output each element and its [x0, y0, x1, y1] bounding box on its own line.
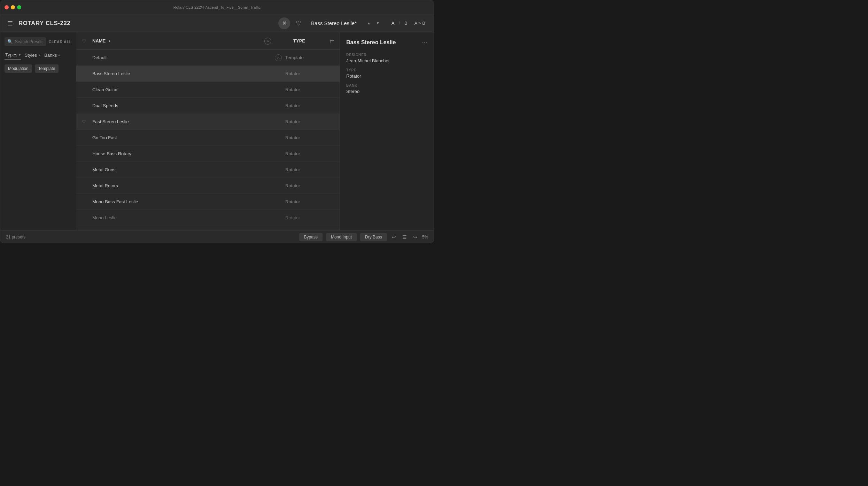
- b-button[interactable]: B: [403, 20, 409, 26]
- bank-label: BANK: [346, 84, 427, 87]
- preset-name: Bass Stereo Leslie*: [311, 20, 357, 26]
- header-author: A: [261, 38, 275, 45]
- table-row[interactable]: Mono Leslie Rotator: [76, 210, 340, 226]
- bottom-bar: 21 presets Bypass Mono Input Dry Bass ↩ …: [0, 230, 434, 243]
- bypass-button[interactable]: Bypass: [299, 233, 323, 241]
- row-author-icon: A: [275, 54, 282, 61]
- table-row[interactable]: ♡ Fast Stereo Leslie Rotator: [76, 114, 340, 130]
- mono-input-button[interactable]: Mono Input: [326, 233, 357, 241]
- ab-slash: /: [398, 20, 400, 26]
- ab-section: A / B A > B: [390, 20, 428, 26]
- sort-arrow-icon: ▲: [108, 39, 111, 43]
- table-row[interactable]: Metal Rotors Rotator: [76, 178, 340, 194]
- detail-type-field: TYPE Rotator: [346, 68, 427, 79]
- bank-value: Stereo: [346, 89, 427, 94]
- table-row[interactable]: Mono Overdrive Leslie Rotator: [76, 226, 340, 230]
- minimize-traffic-light[interactable]: [11, 5, 15, 9]
- detail-more-button[interactable]: ⋯: [422, 39, 427, 46]
- table-row[interactable]: Go Too Fast Rotator: [76, 130, 340, 146]
- next-preset-button[interactable]: ▼: [374, 20, 382, 26]
- search-row: 🔍 CLEAR ALL: [5, 37, 72, 46]
- detail-header: Bass Stereo Leslie ⋯: [346, 39, 427, 46]
- presets-count: 21 presets: [6, 235, 296, 240]
- window-title: Rotary CLS-222/4-Ascend_To_Five__Sonar_T…: [173, 5, 261, 9]
- zoom-value: 5%: [422, 235, 428, 240]
- author-icon: A: [264, 38, 271, 45]
- row-type: Rotator: [285, 71, 334, 76]
- detail-panel: Bass Stereo Leslie ⋯ DESIGNER Jean-Miche…: [340, 32, 434, 230]
- row-type: Rotator: [285, 119, 334, 124]
- row-type: Rotator: [285, 151, 334, 156]
- header-type[interactable]: TYPE: [275, 38, 324, 44]
- table-row[interactable]: Bass Stereo Leslie Rotator: [76, 66, 340, 82]
- app-title: ROTARY CLS-222: [18, 20, 70, 27]
- table-row[interactable]: Mono Bass Fast Leslie Rotator: [76, 194, 340, 210]
- main-toolbar: ☰ ROTARY CLS-222 ✕ ♡ Bass Stereo Leslie*…: [0, 14, 434, 32]
- preset-list: Default A Template Bass Stereo Leslie Ro…: [76, 50, 340, 230]
- row-fav-icon: ♡: [82, 119, 92, 124]
- detail-title: Bass Stereo Leslie: [346, 39, 396, 46]
- row-preset-name: Fast Stereo Leslie: [92, 119, 271, 124]
- styles-filter-button[interactable]: Styles: [24, 51, 41, 60]
- ab-copy-button[interactable]: A > B: [412, 20, 428, 26]
- type-value: Rotator: [346, 73, 427, 79]
- row-preset-name: Go Too Fast: [92, 135, 271, 140]
- template-tag[interactable]: Template: [35, 64, 59, 73]
- modulation-tag[interactable]: Modulation: [5, 64, 32, 73]
- traffic-lights: [5, 5, 21, 9]
- table-row[interactable]: Dual Speeds Rotator: [76, 98, 340, 114]
- row-preset-name: Default: [92, 55, 271, 60]
- row-type: Rotator: [285, 199, 334, 204]
- search-icon: 🔍: [7, 39, 13, 44]
- banks-filter-button[interactable]: Banks: [44, 51, 61, 60]
- menu-button[interactable]: ☰: [6, 18, 14, 29]
- row-type: Rotator: [285, 167, 334, 172]
- row-preset-name: House Bass Rotary: [92, 151, 271, 156]
- prev-preset-button[interactable]: ▲: [365, 20, 373, 26]
- a-button[interactable]: A: [390, 20, 396, 26]
- favorite-button[interactable]: ♡: [294, 18, 303, 29]
- designer-label: DESIGNER: [346, 53, 427, 57]
- row-preset-name: Mono Leslie: [92, 215, 271, 220]
- search-input[interactable]: [15, 39, 43, 44]
- row-preset-name: Bass Stereo Leslie: [92, 71, 271, 76]
- list-view-button[interactable]: ☰: [401, 233, 408, 241]
- table-row[interactable]: House Bass Rotary Rotator: [76, 146, 340, 162]
- table-row[interactable]: Clean Guitar Rotator: [76, 82, 340, 98]
- main-content: 🔍 CLEAR ALL Types Styles Banks Modulatio…: [0, 32, 434, 230]
- type-label: TYPE: [346, 68, 427, 72]
- row-type: Rotator: [285, 183, 334, 188]
- types-filter-button[interactable]: Types: [5, 51, 21, 60]
- list-header: ♡ NAME ▲ A TYPE ⇄: [76, 32, 340, 50]
- detail-bank-field: BANK Stereo: [346, 84, 427, 94]
- header-fav: ♡: [82, 38, 92, 44]
- zoom-traffic-light[interactable]: [17, 5, 21, 9]
- table-row[interactable]: Default A Template: [76, 50, 340, 66]
- row-preset-name: Clean Guitar: [92, 87, 271, 92]
- row-author: A: [271, 54, 285, 61]
- close-traffic-light[interactable]: [5, 5, 9, 9]
- row-preset-name: Metal Rotors: [92, 183, 271, 188]
- row-type: Rotator: [285, 87, 334, 92]
- close-button[interactable]: ✕: [278, 17, 290, 29]
- sidebar: 🔍 CLEAR ALL Types Styles Banks Modulatio…: [0, 32, 76, 230]
- clear-all-button[interactable]: CLEAR ALL: [49, 40, 72, 44]
- active-tags: Modulation Template: [5, 64, 72, 73]
- search-input-wrap: 🔍: [5, 37, 46, 46]
- designer-value: Jean-Michel Blanchet: [346, 58, 427, 63]
- row-type: Rotator: [285, 215, 334, 220]
- dry-bass-button[interactable]: Dry Bass: [360, 233, 387, 241]
- row-preset-name: Metal Guns: [92, 167, 271, 172]
- row-preset-name: Mono Bass Fast Leslie: [92, 199, 271, 204]
- row-type: Rotator: [285, 103, 334, 108]
- redo-button[interactable]: ↪: [412, 233, 419, 241]
- row-preset-name: Dual Speeds: [92, 103, 271, 108]
- title-bar: Rotary CLS-222/4-Ascend_To_Five__Sonar_T…: [0, 0, 434, 14]
- nav-buttons: ▲ ▼: [365, 20, 382, 26]
- detail-designer-field: DESIGNER Jean-Michel Blanchet: [346, 53, 427, 63]
- undo-button[interactable]: ↩: [390, 233, 397, 241]
- row-type: Template: [285, 55, 334, 60]
- shuffle-icon[interactable]: ⇄: [324, 38, 334, 44]
- header-name[interactable]: NAME ▲: [92, 38, 261, 44]
- table-row[interactable]: Metal Guns Rotator: [76, 162, 340, 178]
